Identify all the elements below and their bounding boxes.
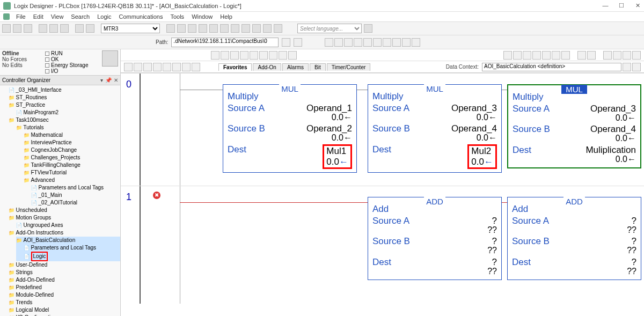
- toolbar-icon[interactable]: [412, 38, 420, 47]
- menu-window[interactable]: Window: [188, 13, 216, 20]
- coil-icon[interactable]: [542, 51, 551, 60]
- organizer-dropdown-icon[interactable]: ▾: [100, 77, 103, 83]
- source-a-value[interactable]: ?: [632, 216, 636, 226]
- tab-timercounter[interactable]: Timer/Counter: [327, 63, 371, 71]
- tab-alarms[interactable]: Alarms: [282, 63, 309, 71]
- data-context-dropdown-icon[interactable]: [623, 63, 631, 71]
- tree-folder[interactable]: Module-Defined: [9, 291, 120, 299]
- organizer-close-icon[interactable]: ✕: [114, 77, 118, 83]
- coil-icon[interactable]: [259, 51, 268, 60]
- toolbar-icon[interactable]: [354, 38, 362, 47]
- tree-folder[interactable]: Mathematical: [24, 131, 120, 139]
- source-b-value[interactable]: Operand_2: [306, 123, 352, 134]
- source-a-value[interactable]: Operand_3: [451, 103, 497, 114]
- tool-icon[interactable]: [192, 63, 200, 71]
- tree-item[interactable]: MainProgram2: [16, 109, 120, 116]
- maximize-button[interactable]: ☐: [618, 2, 625, 9]
- source-b-value[interactable]: ?: [632, 236, 636, 247]
- tree-item[interactable]: _03_HMI_Interface: [9, 86, 120, 94]
- coil-icon[interactable]: [279, 51, 287, 60]
- rung-1[interactable]: 1 ✖ ADD Add Source A? ?? Source B? ?? De…: [121, 186, 644, 304]
- contact-icon[interactable]: [532, 51, 541, 60]
- open-icon[interactable]: [13, 24, 21, 33]
- source-b-value[interactable]: Operand_4: [451, 123, 497, 134]
- tree-item[interactable]: _02_AOITutorial: [31, 199, 120, 207]
- coil-icon[interactable]: [269, 51, 277, 60]
- menu-edit[interactable]: Edit: [30, 13, 47, 20]
- path-browse-icon[interactable]: [294, 38, 302, 47]
- tree-folder[interactable]: Predefined: [9, 284, 120, 291]
- toolbar-icon[interactable]: [373, 38, 382, 47]
- source-b-value[interactable]: ?: [492, 236, 497, 247]
- lang-icon[interactable]: [364, 24, 372, 33]
- contact-icon[interactable]: [240, 51, 248, 60]
- source-a-value[interactable]: Operand_1: [306, 103, 352, 114]
- tree-folder-aoi-basiccalculation[interactable]: AOI_BasicCalculation Parameters and Loca…: [16, 237, 120, 261]
- source-a-value[interactable]: ?: [492, 216, 497, 226]
- zoom-in-icon[interactable]: [263, 24, 272, 33]
- tool-icon[interactable]: [177, 24, 186, 33]
- coil-icon[interactable]: [561, 51, 570, 60]
- tree-item[interactable]: Ungrouped Axes: [16, 222, 120, 229]
- new-icon[interactable]: [2, 24, 11, 33]
- tool-icon[interactable]: [143, 63, 152, 71]
- tab-favorites[interactable]: Favorites: [218, 63, 252, 71]
- tree-folder[interactable]: Challenges_Projects: [24, 154, 120, 161]
- tool-icon[interactable]: [182, 63, 191, 71]
- instruction-mul-1[interactable]: MUL Multiply Source AOperand_1 0.0← Sour…: [223, 84, 357, 173]
- tool-icon[interactable]: [163, 63, 171, 71]
- tree-folder[interactable]: Strings: [9, 269, 120, 276]
- tool-icon[interactable]: [199, 24, 207, 33]
- rung-0[interactable]: 0 MUL Multiply Source AOperand_1 0.0← So…: [121, 73, 644, 186]
- data-context-tool-icon[interactable]: [632, 63, 641, 71]
- undo-icon[interactable]: [75, 24, 84, 33]
- menu-view[interactable]: View: [48, 13, 67, 20]
- tool-icon[interactable]: [153, 63, 162, 71]
- contact-icon[interactable]: [523, 51, 531, 60]
- toolbar-icon[interactable]: [402, 38, 411, 47]
- tree-folder[interactable]: Tutorials Mathematical InterviewPractice…: [16, 124, 120, 207]
- menu-file[interactable]: File: [13, 13, 29, 20]
- app-menu-icon[interactable]: [3, 13, 10, 20]
- tool-icon[interactable]: [124, 63, 133, 71]
- toolbar-icon[interactable]: [363, 38, 372, 47]
- tool-icon[interactable]: [220, 24, 229, 33]
- coil-icon[interactable]: [552, 51, 560, 60]
- path-dropdown-icon[interactable]: [282, 38, 290, 47]
- instruction-mul-3-selected[interactable]: MUL Multiply Source AOperand_3 0.0← Sour…: [507, 84, 641, 168]
- dest-value[interactable]: ?: [632, 257, 636, 268]
- tree-folder[interactable]: InterviewPractice: [24, 139, 120, 146]
- organizer-pin-icon[interactable]: 📌: [105, 77, 112, 83]
- tool-icon[interactable]: [623, 51, 631, 60]
- tool-icon[interactable]: [577, 51, 586, 60]
- toolbar-icon[interactable]: [392, 38, 401, 47]
- tree-folder[interactable]: Logical Model: [9, 306, 120, 314]
- tree-item-logic[interactable]: Logic: [24, 252, 120, 261]
- tool-icon[interactable]: [172, 63, 181, 71]
- dest-highlight[interactable]: Mul1 0.0←: [323, 144, 352, 169]
- instruction-add-2[interactable]: ADD Add Source A? ?? Source B? ?? Dest? …: [507, 197, 641, 280]
- tree-item[interactable]: Parameters and Local Tags: [31, 184, 120, 192]
- rung-icon[interactable]: [503, 51, 512, 60]
- tree-item[interactable]: _01_Main: [31, 192, 120, 199]
- dest-value[interactable]: Muliplication: [586, 145, 636, 156]
- tree-folder[interactable]: I/O Configuration 1769 Bus [0] 1769-L24E…: [9, 314, 120, 316]
- rung-icon[interactable]: [513, 51, 522, 60]
- tool-icon[interactable]: [603, 51, 612, 60]
- project-tree[interactable]: _03_HMI_Interface ST_Routines ST_Practic…: [0, 85, 120, 316]
- source-b-value[interactable]: Operand_4: [590, 124, 636, 135]
- contact-icon[interactable]: [250, 51, 258, 60]
- tree-item[interactable]: Parameters and Local Tags: [24, 244, 120, 252]
- tree-folder[interactable]: Trends: [9, 299, 120, 306]
- menu-communications[interactable]: Communications: [116, 13, 166, 20]
- tree-folder[interactable]: Add-On Instructions AOI_BasicCalculation…: [9, 229, 120, 261]
- tool-icon[interactable]: [252, 24, 261, 33]
- tree-folder[interactable]: User-Defined: [9, 261, 120, 269]
- rung-error-icon[interactable]: ✖: [153, 192, 160, 199]
- rung-icon[interactable]: [230, 51, 239, 60]
- tool-icon[interactable]: [632, 51, 641, 60]
- menu-tools[interactable]: Tools: [167, 13, 187, 20]
- save-icon[interactable]: [24, 24, 32, 33]
- tab-addon[interactable]: Add-On: [253, 63, 281, 71]
- nav-last-icon[interactable]: [288, 51, 297, 60]
